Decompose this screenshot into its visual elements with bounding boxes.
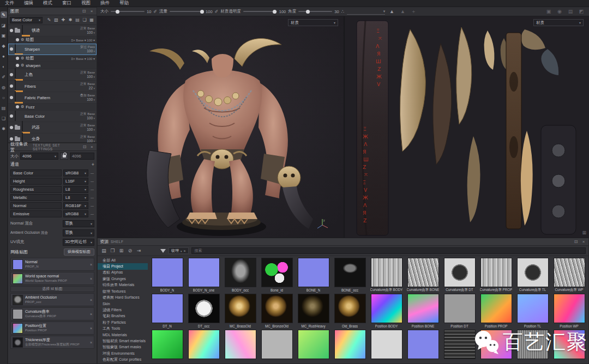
layer-row[interactable]: Base Color 正常 Base 100 <box>8 111 97 122</box>
visibility-eye-icon[interactable] <box>10 73 13 76</box>
layer-row[interactable]: Fibers 正常 Base 22 <box>8 81 97 92</box>
channel-format-select[interactable]: L8 <box>63 194 88 201</box>
blend-mode[interactable]: 正常 Base <box>80 27 95 31</box>
padding-select[interactable]: 3D空间近邻 <box>63 239 94 246</box>
layer-opacity[interactable]: 100 <box>87 116 95 120</box>
shelf-item[interactable]: BONE_occ <box>332 257 368 293</box>
visibility-eye-icon[interactable] <box>10 84 13 88</box>
shelf-category-item[interactable]: 环境 Environments <box>98 350 148 356</box>
shelf-item[interactable]: Position BONE <box>405 293 441 329</box>
resource-thumbnail[interactable] <box>407 330 439 359</box>
add-paint-effect-icon[interactable] <box>46 17 52 22</box>
clear-map-icon[interactable] <box>90 298 92 302</box>
resource-thumbnail[interactable] <box>371 330 402 359</box>
shelf-item[interactable] <box>149 329 185 363</box>
layer-row[interactable]: 武器 正常 Base 100 <box>8 122 97 134</box>
mesh-map-row[interactable]: World space normal World Space Normals P… <box>10 272 94 285</box>
flow-slider[interactable] <box>170 11 203 12</box>
dock-icon[interactable] <box>82 144 87 149</box>
menu-item[interactable]: 模式 <box>38 0 57 5</box>
channel-format-select[interactable]: L16F <box>63 178 88 185</box>
paint-tool[interactable] <box>1 11 7 18</box>
visibility-eye-icon[interactable] <box>16 57 19 60</box>
pressure-size-icon[interactable]: ✐ <box>153 9 157 14</box>
add-effect-icon[interactable] <box>67 17 74 22</box>
delete-layer-icon[interactable] <box>88 17 95 22</box>
resource-thumbnail[interactable] <box>225 330 256 359</box>
channel-name[interactable]: Base Color <box>10 169 62 177</box>
shelf-item[interactable]: Curvature曲率 TL <box>514 257 551 293</box>
add-smart-material-icon[interactable] <box>60 17 67 22</box>
layer-row[interactable]: Fabric Pattern 叠加 Base 100 <box>8 92 97 104</box>
dock-icon[interactable] <box>573 239 579 244</box>
shelf-item[interactable]: Position PROP <box>478 293 514 329</box>
close-icon[interactable] <box>89 9 94 14</box>
channel-name[interactable]: Emissive <box>10 210 62 217</box>
shelf-item[interactable]: MC_BronzeOld <box>259 293 295 329</box>
blend-mode[interactable]: 叠加 Base <box>80 94 95 98</box>
resource-thumbnail[interactable] <box>298 330 329 359</box>
shelf-category-item[interactable]: 蒙版 Grunges <box>98 276 148 282</box>
resource-thumbnail[interactable] <box>298 294 329 323</box>
layer-row[interactable]: Sharpen 穿过 Pass 100 <box>8 44 97 55</box>
shelf-item[interactable]: DT_N <box>149 293 185 329</box>
resource-thumbnail[interactable] <box>554 294 585 323</box>
opacity-slider[interactable] <box>243 11 277 12</box>
blend-mode[interactable]: 正常 Base <box>80 124 95 128</box>
display-settings-icon[interactable]: ▣ <box>544 9 553 14</box>
resource-thumbnail[interactable] <box>517 258 549 287</box>
shelf-item[interactable] <box>405 329 441 363</box>
close-icon[interactable] <box>89 144 94 149</box>
shelf-item[interactable]: BONE_N <box>295 257 332 293</box>
channel-name[interactable]: Metallic <box>10 194 62 201</box>
resource-thumbnail[interactable] <box>334 330 366 359</box>
clear-map-icon[interactable] <box>90 341 92 344</box>
layer-row[interactable]: 锈迹 正常 Base 100 <box>8 25 97 37</box>
settings-tool[interactable] <box>1 125 7 132</box>
shelf-item[interactable]: BODY_N_one <box>185 257 222 293</box>
visibility-eye-icon[interactable] <box>16 105 19 108</box>
shelf-item[interactable]: Position BODY <box>368 293 405 329</box>
resource-thumbnail[interactable] <box>152 330 183 359</box>
channel-name[interactable]: Normal <box>10 202 62 209</box>
add-channel-icon[interactable] <box>92 162 94 167</box>
layer-opacity[interactable]: 100 <box>87 98 95 102</box>
folder-icon[interactable]: ▤ <box>566 9 575 14</box>
menu-item[interactable]: 视图 <box>76 0 95 5</box>
mesh-map-row[interactable]: Thickness厚度 全部模型的Thickness厚度贴图 PROP <box>10 336 94 349</box>
layer-opacity[interactable]: 100 <box>87 128 95 132</box>
resource-thumbnail[interactable] <box>407 294 439 323</box>
shelf-item[interactable] <box>222 329 259 363</box>
resource-thumbnail[interactable] <box>554 258 585 287</box>
screenshot-icon[interactable]: ◩ <box>577 9 586 14</box>
resource-thumbnail[interactable] <box>444 258 476 287</box>
symmetry-tool[interactable] <box>1 94 7 101</box>
remove-channel-icon[interactable] <box>90 195 94 200</box>
remove-channel-icon[interactable] <box>90 171 94 175</box>
layer-row[interactable]: 上色 正常 Base 100 <box>8 69 97 81</box>
shelf-item[interactable] <box>259 329 295 363</box>
visibility-eye-icon[interactable] <box>16 38 19 41</box>
mesh-map-row[interactable]: Curvature曲率 Curvature曲率 PROP <box>10 307 94 320</box>
normal-mixing-select[interactable]: 替换 <box>63 220 94 227</box>
add-layer-icon[interactable] <box>81 17 88 22</box>
remove-channel-icon[interactable] <box>90 179 94 184</box>
channel-format-select[interactable]: sRGB8 <box>63 169 88 177</box>
menu-item[interactable]: 文件 <box>0 0 19 5</box>
menu-item[interactable]: 帮助 <box>115 0 134 5</box>
stencil-dots-icon[interactable]: ∴ <box>341 9 345 14</box>
resource-thumbnail[interactable] <box>444 330 476 359</box>
resource-thumbnail[interactable] <box>444 294 476 323</box>
pn-triangles-tool[interactable] <box>1 105 7 111</box>
shelf-category-item[interactable]: 智能蒙版 Smart masks <box>98 344 148 350</box>
mesh-map-row[interactable]: Position位置 Position PROP <box>10 321 94 335</box>
resource-thumbnail[interactable] <box>407 258 439 287</box>
resource-thumbnail[interactable] <box>188 258 220 287</box>
visibility-eye-icon[interactable] <box>16 64 19 67</box>
shelf-category-item[interactable]: 滤镜 Filters <box>98 307 148 313</box>
resource-thumbnail[interactable] <box>371 294 402 323</box>
resource-thumbnail[interactable] <box>480 294 512 323</box>
export-resources-icon[interactable] <box>135 248 142 253</box>
layer-opacity[interactable]: 100 <box>87 75 95 79</box>
resource-thumbnail[interactable] <box>152 258 183 287</box>
